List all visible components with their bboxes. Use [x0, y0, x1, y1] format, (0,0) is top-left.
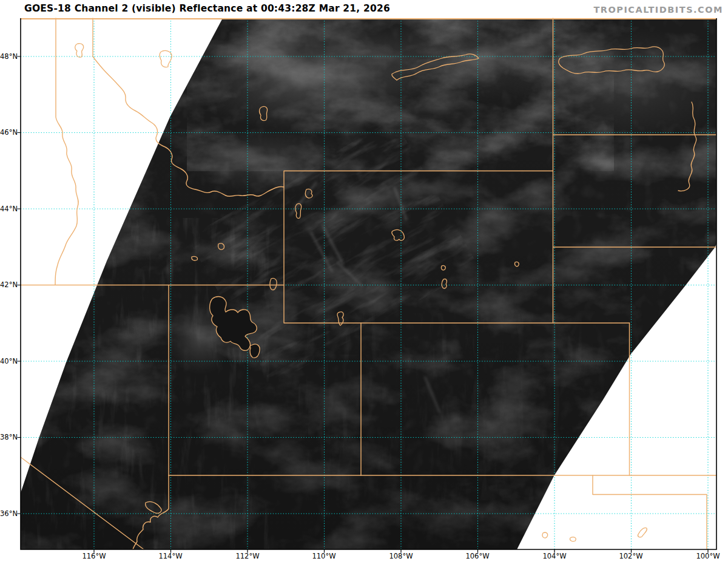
- satellite-map: [0, 0, 728, 564]
- y-tick-label: 44°N: [0, 205, 17, 213]
- small-lake-nm-2: [570, 537, 576, 542]
- y-tick-label: 42°N: [0, 280, 17, 289]
- satellite-scan-imagery: [21, 12, 728, 549]
- satellite-image-page: GOES-18 Channel 2 (visible) Reflectance …: [0, 0, 728, 564]
- y-tick-label: 38°N: [0, 433, 17, 441]
- flathead-lake: [160, 50, 172, 67]
- lake-pend-oreille: [75, 44, 84, 58]
- x-tick-label: 112°W: [232, 552, 263, 560]
- y-tick-label: 36°N: [0, 509, 17, 518]
- border-washington-idaho-snake-river: [55, 18, 78, 285]
- x-tick-label: 116°W: [78, 552, 110, 560]
- x-tick-label: 100°W: [692, 552, 724, 560]
- small-lake-nm-1: [542, 532, 548, 538]
- southern-darkening: [21, 18, 716, 549]
- utah-lake: [250, 344, 260, 358]
- x-tick-label: 104°W: [539, 552, 570, 560]
- x-tick-label: 102°W: [615, 552, 647, 560]
- x-tick-label: 110°W: [308, 552, 340, 560]
- y-axis-tick-marks: [18, 56, 21, 514]
- y-tick-label: 40°N: [0, 357, 17, 365]
- border-oklahoma-texas-panhandle: [593, 475, 707, 549]
- x-tick-label: 114°W: [155, 552, 186, 560]
- x-tick-label: 108°W: [385, 552, 417, 560]
- y-tick-label: 48°N: [0, 52, 17, 61]
- y-tick-label: 46°N: [0, 128, 17, 137]
- x-tick-label: 106°W: [462, 552, 493, 560]
- small-lake-tx: [638, 528, 647, 537]
